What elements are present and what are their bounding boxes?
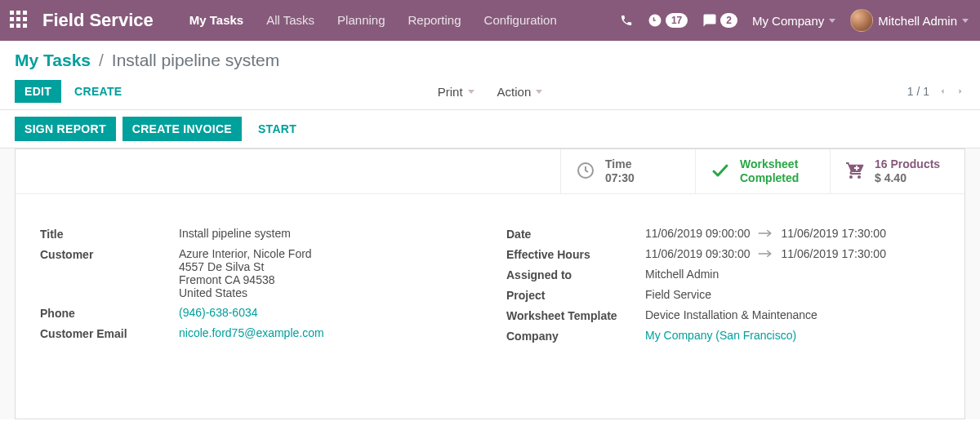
breadcrumb-root[interactable]: My Tasks: [15, 51, 91, 70]
value-eff-from: 11/06/2019 09:30:00: [645, 247, 750, 260]
value-eff-to: 11/06/2019 17:30:00: [781, 247, 885, 260]
discuss-count: 2: [720, 13, 737, 28]
start-button[interactable]: Start: [248, 117, 306, 141]
value-project: Field Service: [645, 288, 940, 301]
menu-reporting[interactable]: Reporting: [397, 0, 473, 41]
menu-configuration[interactable]: Configuration: [473, 0, 568, 41]
stat-worksheet-label: Worksheet: [740, 157, 799, 172]
stat-time-label: Time: [605, 157, 635, 172]
top-navbar: Field Service My Tasks All Tasks Plannin…: [0, 0, 980, 41]
voip-icon[interactable]: [620, 14, 633, 27]
avatar: [850, 9, 873, 32]
chevron-down-icon: [536, 90, 542, 94]
label-effective-hours: Effective Hours: [506, 247, 645, 261]
pager: 1 / 1: [907, 84, 965, 99]
label-email: Customer Email: [40, 326, 179, 340]
chevron-down-icon: [468, 90, 474, 94]
label-project: Project: [506, 288, 645, 302]
label-customer: Customer: [40, 247, 179, 261]
stat-button-time[interactable]: Time 07:30: [560, 149, 695, 193]
stat-products-value: $ 4.40: [875, 171, 940, 186]
check-icon: [710, 161, 730, 183]
print-dropdown[interactable]: Print: [438, 85, 474, 99]
menu-all-tasks[interactable]: All Tasks: [255, 0, 326, 41]
main-menu: My Tasks All Tasks Planning Reporting Co…: [178, 0, 568, 41]
label-company: Company: [506, 329, 645, 343]
value-date-to: 11/06/2019 17:30:00: [781, 227, 885, 240]
pager-next-icon[interactable]: [956, 84, 965, 99]
edit-button[interactable]: Edit: [15, 80, 61, 103]
value-date-from: 11/06/2019 09:00:00: [645, 227, 750, 240]
value-address-line2: Fremont CA 94538: [179, 273, 474, 286]
menu-my-tasks[interactable]: My Tasks: [178, 0, 255, 41]
label-title: Title: [40, 227, 179, 241]
value-worksheet-template: Device Installation & Maintenance: [645, 308, 940, 321]
app-brand[interactable]: Field Service: [42, 10, 154, 31]
breadcrumb-sep: /: [99, 51, 104, 70]
clock-icon: [576, 161, 595, 183]
value-date-range: 11/06/2019 09:00:00 11/06/2019 17:30:00: [645, 227, 940, 240]
print-label: Print: [438, 85, 463, 99]
label-assigned: Assigned to: [506, 268, 645, 281]
apps-icon[interactable]: [10, 11, 29, 30]
cart-plus-icon: [845, 161, 865, 183]
stat-products-label: 16 Products: [875, 157, 940, 172]
chevron-down-icon: [829, 19, 835, 23]
control-panel: My Tasks / Install pipeline system Edit …: [0, 41, 980, 110]
pager-value: 1 / 1: [907, 85, 929, 98]
form-sheet-bg: Time 07:30 Worksheet Completed 16 Pr: [0, 148, 980, 419]
discuss-icon[interactable]: 2: [702, 13, 737, 28]
breadcrumb-current: Install pipeline system: [112, 51, 279, 70]
arrow-right-icon: [758, 247, 773, 260]
chevron-down-icon: [962, 19, 969, 23]
stat-button-box: Time 07:30 Worksheet Completed 16 Pr: [16, 149, 964, 194]
value-email[interactable]: nicole.ford75@example.com: [179, 326, 474, 339]
sheet-body: Title Install pipeline system Customer A…: [16, 194, 964, 370]
label-phone: Phone: [40, 306, 179, 320]
user-name: Mitchell Admin: [878, 14, 957, 28]
value-company[interactable]: My Company (San Francisco): [645, 329, 940, 342]
label-date: Date: [506, 227, 645, 241]
stat-button-worksheet[interactable]: Worksheet Completed: [695, 149, 830, 193]
form-col-right: Date 11/06/2019 09:00:00 11/06/2019 17:3…: [506, 227, 940, 349]
activities-count: 17: [666, 13, 688, 28]
label-worksheet-template: Worksheet Template: [506, 308, 645, 322]
pager-prev-icon[interactable]: [938, 84, 947, 99]
create-button[interactable]: Create: [65, 80, 131, 103]
value-phone[interactable]: (946)-638-6034: [179, 306, 474, 319]
sign-report-button[interactable]: Sign Report: [15, 117, 116, 141]
value-address-line3: United States: [179, 286, 474, 299]
value-title: Install pipeline system: [179, 227, 474, 240]
action-dropdown[interactable]: Action: [497, 85, 543, 99]
status-bar: Sign Report Create Invoice Start: [0, 110, 980, 148]
stat-button-products[interactable]: 16 Products $ 4.40: [830, 149, 964, 193]
action-label: Action: [497, 85, 532, 99]
company-name: My Company: [752, 14, 824, 28]
breadcrumb: My Tasks / Install pipeline system: [15, 51, 965, 70]
value-eff-range: 11/06/2019 09:30:00 11/06/2019 17:30:00: [645, 247, 940, 260]
stat-worksheet-value: Completed: [740, 171, 799, 186]
value-address-line1: 4557 De Silva St: [179, 260, 474, 273]
form-sheet: Time 07:30 Worksheet Completed 16 Pr: [15, 148, 965, 419]
menu-planning[interactable]: Planning: [326, 0, 396, 41]
form-col-left: Title Install pipeline system Customer A…: [40, 227, 474, 349]
create-invoice-button[interactable]: Create Invoice: [122, 117, 242, 141]
user-menu[interactable]: Mitchell Admin: [850, 9, 969, 32]
company-switcher[interactable]: My Company: [752, 14, 835, 28]
value-assigned: Mitchell Admin: [645, 268, 940, 281]
arrow-right-icon: [758, 227, 773, 240]
activities-icon[interactable]: 17: [648, 13, 688, 28]
navbar-right: 17 2 My Company Mitchell Admin: [620, 9, 969, 32]
stat-time-value: 07:30: [605, 171, 635, 186]
value-customer[interactable]: Azure Interior, Nicole Ford: [179, 247, 474, 260]
